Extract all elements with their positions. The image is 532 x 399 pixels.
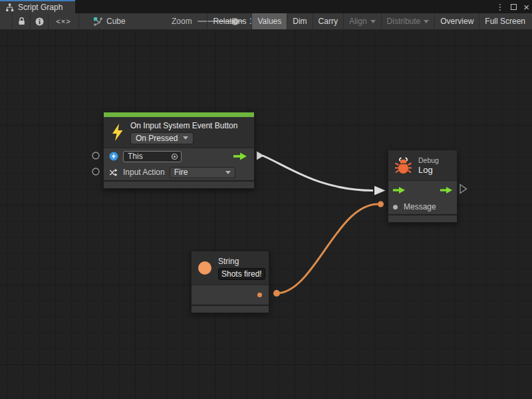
event-node-accent-bar: [104, 112, 254, 117]
node-title: String: [218, 257, 265, 266]
toolbar-button-group: Relations Values Dim Carry Align Distrib…: [207, 13, 531, 29]
distribute-dropdown-button[interactable]: Distribute: [381, 13, 435, 29]
window-maximize-icon[interactable]: [511, 4, 517, 10]
event-row-input-action: Input Action Fire: [104, 164, 254, 180]
chevron-down-icon: [183, 136, 188, 140]
relations-button[interactable]: Relations: [207, 13, 251, 29]
string-output-row: [192, 285, 269, 305]
info-button[interactable]: [31, 13, 49, 29]
chevron-down-icon: [424, 20, 429, 23]
string-type-icon: [198, 261, 211, 275]
debug-flow-row: [388, 181, 457, 200]
graph-hierarchy-icon: [5, 3, 14, 12]
tab-title: Script Graph: [18, 3, 63, 12]
string-value-field[interactable]: Shots fired!: [218, 268, 265, 280]
graph-name-label: Cube: [106, 17, 126, 26]
object-picker-target-icon[interactable]: [171, 153, 178, 160]
flow-output-arrow-icon[interactable]: [233, 152, 247, 160]
node-category: Debug: [418, 156, 439, 164]
code-brackets-icon: <×>: [56, 17, 70, 25]
node-debug-log[interactable]: Debug Log Message: [388, 150, 458, 223]
string-value-port-dot[interactable]: [257, 293, 262, 297]
unity-visual-scripting-window: Script Graph ⋮ ×: [0, 0, 532, 399]
script-graph-asset-icon: [93, 17, 102, 26]
zoom-label: Zoom: [172, 17, 192, 26]
lock-button[interactable]: [12, 13, 31, 29]
align-dropdown-button[interactable]: Align: [343, 13, 381, 29]
debug-message-row: Message: [388, 200, 457, 214]
input-action-shuffle-icon: [109, 168, 118, 177]
input-action-dropdown[interactable]: Fire: [170, 167, 235, 178]
chevron-down-icon: [225, 171, 231, 174]
code-preview-toggle[interactable]: <×>: [49, 13, 79, 29]
on-pressed-dropdown[interactable]: On Pressed: [130, 132, 194, 144]
message-port-dot[interactable]: [393, 205, 398, 209]
node-footer: [388, 215, 457, 222]
window-menu-icon[interactable]: ⋮: [495, 3, 504, 11]
this-object-field[interactable]: This: [123, 151, 182, 162]
graph-breadcrumb[interactable]: Cube: [93, 13, 126, 29]
input-action-label: Input Action: [123, 168, 165, 177]
graph-toolbar: <×> Cube Zoom 1x Relations Values: [0, 13, 532, 30]
message-label: Message: [404, 202, 436, 211]
event-row-this: This: [104, 148, 254, 164]
dim-button[interactable]: Dim: [287, 13, 312, 29]
node-footer: [192, 306, 269, 313]
tab-script-graph[interactable]: Script Graph: [0, 0, 75, 13]
node-string-literal[interactable]: String Shots fired!: [191, 251, 269, 313]
title-bar: Script Graph ⋮ ×: [0, 0, 532, 13]
flow-input-arrow-icon[interactable]: [392, 186, 406, 194]
debug-bug-icon: [394, 157, 412, 174]
gameobject-bolt-icon: [109, 152, 118, 161]
lightning-bolt-icon: [110, 123, 124, 142]
window-close-icon[interactable]: ×: [523, 2, 529, 12]
full-screen-button[interactable]: Full Screen: [479, 13, 531, 29]
overview-button[interactable]: Overview: [434, 13, 479, 29]
lock-icon: [18, 17, 25, 25]
node-footer: [104, 182, 254, 188]
flow-output-arrow-icon[interactable]: [440, 186, 453, 194]
node-title: On Input System Event Button: [130, 121, 237, 130]
node-on-input-system-event-button[interactable]: On Input System Event Button On Pressed …: [103, 112, 255, 189]
node-title: Log: [418, 165, 439, 175]
chevron-down-icon: [370, 20, 376, 23]
values-button[interactable]: Values: [251, 13, 287, 29]
info-icon: [35, 17, 44, 26]
carry-button[interactable]: Carry: [313, 13, 343, 29]
